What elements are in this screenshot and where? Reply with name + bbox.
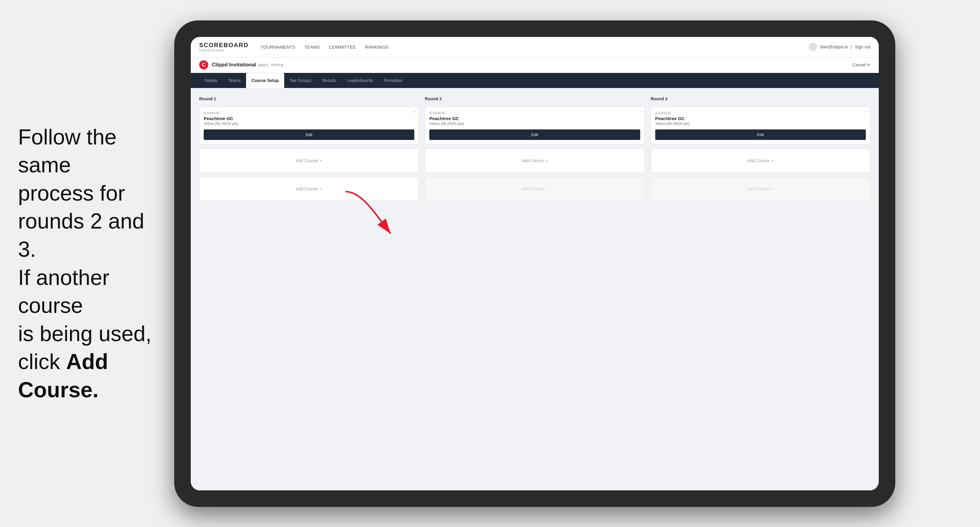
clippd-icon: C — [199, 60, 208, 69]
tab-printables[interactable]: Printables — [379, 73, 408, 88]
round-3-course-detail: Yellow (M) (6629 yds) — [655, 122, 866, 126]
main-content: Round 1 (Course A) Peachtree GC Yellow (… — [191, 88, 879, 490]
tournament-qualifier: (Men) — [258, 63, 268, 67]
round-3-course-card-wrapper: (Course A) Peachtree GC Yellow (M) (6629… — [651, 106, 870, 144]
round-2-course-detail: Yellow (M) (6629 yds) — [429, 122, 640, 126]
round-2-course-tag: (Course A) — [429, 111, 640, 115]
round-3-course-card: (Course A) Peachtree GC Yellow (M) (6629… — [651, 106, 870, 144]
hosting-badge: Hosting — [271, 63, 283, 67]
round-2-course-name: Peachtree GC — [429, 116, 640, 121]
nav-right: blair@clippd.io | Sign out — [809, 43, 870, 51]
round-3-edit-button[interactable]: Edit — [655, 129, 866, 140]
round-2-add-icon: + — [546, 158, 548, 163]
tab-results[interactable]: Results — [317, 73, 342, 88]
logo-sub: Powered by clippd — [199, 49, 248, 52]
top-nav: SCOREBOARD Powered by clippd TOURNAMENTS… — [191, 37, 879, 57]
tab-course-setup[interactable]: Course Setup — [246, 73, 284, 88]
round-2-delete-button[interactable]: ○ — [639, 109, 642, 114]
round-3-add-course-disabled: Add Course + — [651, 177, 870, 201]
round-1-course-tag: (Course A) — [204, 111, 414, 115]
tablet-frame: SCOREBOARD Powered by clippd TOURNAMENTS… — [174, 21, 895, 507]
rounds-grid: Round 1 (Course A) Peachtree GC Yellow (… — [199, 97, 870, 201]
round-2-add-icon-2: + — [546, 186, 548, 191]
cancel-button[interactable]: Cancel ✕ — [853, 62, 870, 67]
round-3-label: Round 3 — [651, 97, 870, 101]
sign-out-link[interactable]: Sign out — [855, 44, 870, 49]
tab-teams[interactable]: Teams — [223, 73, 246, 88]
round-1-edit-button[interactable]: Edit — [204, 129, 414, 140]
round-1-add-icon: + — [320, 158, 322, 163]
round-1-add-course-button[interactable]: Add Course + — [199, 149, 419, 173]
round-1-course-detail: Yellow (M) (6629 yds) — [204, 122, 414, 126]
round-2-course-card-wrapper: (Course A) Peachtree GC Yellow (M) (6629… — [425, 106, 644, 144]
round-1-delete-button[interactable]: ○ — [414, 109, 417, 114]
round-1-course-name: Peachtree GC — [204, 116, 414, 121]
round-3-column: Round 3 (Course A) Peachtree GC Yellow (… — [651, 97, 870, 201]
tab-leaderboards[interactable]: Leaderboards — [342, 73, 378, 88]
tournament-name: Clippd Invitational — [212, 62, 256, 68]
round-2-add-course-label: Add Course — [522, 158, 544, 163]
round-1-course-card-wrapper: (Course A) Peachtree GC Yellow (M) (6629… — [199, 106, 419, 144]
user-email: blair@clippd.io — [820, 44, 848, 49]
nav-separator: | — [851, 44, 852, 49]
round-1-course-card: (Course A) Peachtree GC Yellow (M) (6629… — [199, 106, 419, 144]
round-3-add-icon-2: + — [771, 186, 773, 191]
round-3-add-course-button[interactable]: Add Course + — [651, 149, 870, 173]
round-2-course-card: (Course A) Peachtree GC Yellow (M) (6629… — [425, 106, 644, 144]
nav-rankings[interactable]: RANKINGS — [365, 43, 388, 51]
tab-tee-groups[interactable]: Tee Groups — [284, 73, 317, 88]
annotation-text: Follow the same process for rounds 2 and… — [0, 111, 174, 416]
round-3-add-icon: + — [771, 158, 773, 163]
round-1-add-icon-2: + — [320, 186, 322, 191]
round-1-add-course-label-2: Add Course — [296, 186, 318, 191]
nav-tournaments[interactable]: TOURNAMENTS — [261, 43, 295, 51]
nav-links: TOURNAMENTS TEAMS COMMITTEE RANKINGS — [261, 43, 808, 51]
tablet-screen: SCOREBOARD Powered by clippd TOURNAMENTS… — [191, 37, 879, 490]
sub-header: C Clippd Invitational (Men) Hosting Canc… — [191, 57, 879, 73]
round-2-column: Round 2 (Course A) Peachtree GC Yellow (… — [425, 97, 644, 201]
round-2-label: Round 2 — [425, 97, 644, 101]
round-3-course-name: Peachtree GC — [655, 116, 866, 121]
round-3-add-course-label-2: Add Course — [747, 186, 769, 191]
round-1-label: Round 1 — [199, 97, 419, 101]
round-3-add-course-label: Add Course — [747, 158, 769, 163]
nav-teams[interactable]: TEAMS — [304, 43, 320, 51]
round-2-edit-button[interactable]: Edit — [429, 129, 640, 140]
round-2-add-course-button[interactable]: Add Course + — [425, 149, 644, 173]
round-3-delete-button[interactable]: ○ — [865, 109, 868, 114]
round-3-course-tag: (Course A) — [655, 111, 866, 115]
tab-details[interactable]: Details — [199, 73, 223, 88]
nav-committee[interactable]: COMMITTEE — [329, 43, 356, 51]
logo-title: SCOREBOARD — [199, 42, 248, 49]
tabs-bar: Details Teams Course Setup Tee Groups Re… — [191, 73, 879, 88]
logo-area: SCOREBOARD Powered by clippd — [199, 42, 248, 52]
round-1-column: Round 1 (Course A) Peachtree GC Yellow (… — [199, 97, 419, 201]
round-2-add-course-disabled: Add Course + — [425, 177, 644, 201]
round-1-add-course-label: Add Course — [296, 158, 318, 163]
user-avatar — [809, 43, 817, 51]
annotation-arrow — [336, 186, 426, 252]
round-2-add-course-label-2: Add Course — [522, 186, 544, 191]
